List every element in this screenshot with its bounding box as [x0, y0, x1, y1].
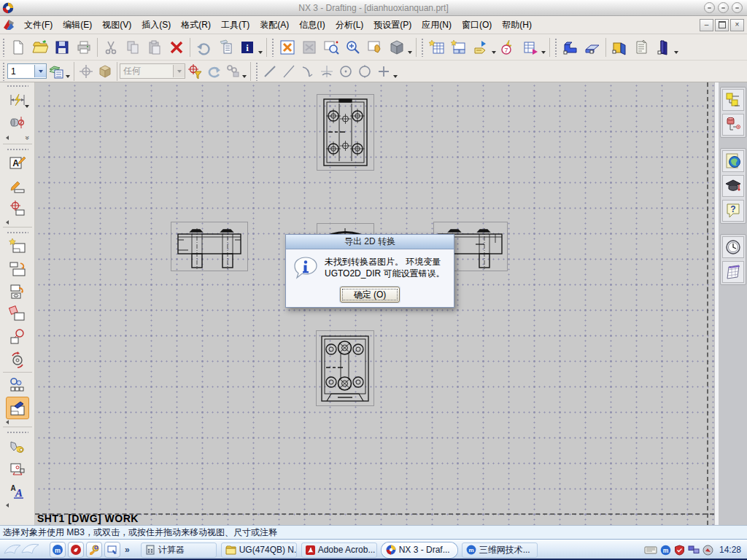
new-view-button[interactable] — [6, 235, 29, 257]
information-button[interactable]: i — [236, 36, 258, 58]
dimension-button[interactable] — [6, 88, 29, 111]
edit-annotation-button[interactable] — [6, 174, 29, 197]
collapse-left-icon[interactable] — [6, 420, 9, 424]
tray-clock[interactable]: 14:28 — [719, 545, 741, 555]
print-button[interactable] — [73, 36, 95, 58]
toolbar-grip[interactable] — [271, 38, 274, 57]
script-button[interactable] — [630, 36, 652, 58]
drawing-canvas[interactable]: SHT1 [DWG] WORK 导出 2D 转换 未找到转换器图片。 环境变量 — [35, 82, 714, 525]
dimension-dropdown-arrow[interactable] — [25, 105, 29, 108]
table-dropdown-arrow[interactable] — [541, 51, 546, 54]
save-button[interactable] — [51, 36, 73, 58]
help-tab[interactable]: ? — [722, 200, 744, 222]
arc-tool-button[interactable] — [317, 62, 336, 81]
spreadsheet-tab[interactable] — [722, 261, 744, 283]
new-sheet-button[interactable] — [426, 36, 448, 58]
zoom-in-out-button[interactable] — [342, 36, 364, 58]
fillet-tool-button[interactable] — [298, 62, 317, 81]
menu-format[interactable]: 格式(R) — [176, 18, 216, 33]
pan-button[interactable] — [364, 36, 386, 58]
detail-view-button[interactable] — [6, 280, 29, 303]
assembly-navigator-tab[interactable] — [722, 89, 744, 111]
snap-point-button[interactable] — [77, 62, 96, 81]
drafting-view-bottom[interactable] — [316, 330, 374, 406]
toolbar-grip[interactable] — [2, 62, 5, 81]
zoom-box-button[interactable] — [320, 36, 342, 58]
line-tool-button[interactable] — [260, 62, 279, 81]
menu-file[interactable]: 文件(F) — [19, 18, 58, 33]
toolbar-grip[interactable] — [255, 62, 258, 81]
curves-dropdown-arrow[interactable] — [393, 75, 398, 78]
chain-select-button[interactable] — [223, 62, 242, 81]
origin-tool-button[interactable] — [6, 197, 29, 219]
collapse-left-icon[interactable] — [6, 136, 9, 140]
annotation-pref-button[interactable]: AA — [6, 480, 29, 502]
menu-tools[interactable]: 工具(T) — [216, 18, 255, 33]
open-button[interactable] — [29, 36, 51, 58]
layer-settings-button[interactable] — [47, 62, 66, 81]
drafting-view-left[interactable] — [171, 222, 248, 271]
task-nx-active[interactable]: NX 3 - Draf... — [382, 542, 457, 558]
quick-launch-red-app[interactable] — [68, 542, 84, 558]
drafting-app-button[interactable] — [608, 36, 630, 58]
shaded-view-button[interactable] — [386, 36, 408, 58]
start-button[interactable] — [0, 540, 47, 559]
menu-analysis[interactable]: 分析(L) — [330, 18, 369, 33]
rotated-section-button[interactable] — [6, 348, 29, 370]
menu-application[interactable]: 应用(N) — [417, 18, 457, 33]
display-dropdown-arrow[interactable] — [408, 51, 412, 54]
dialog-title-bar[interactable]: 导出 2D 转换 — [286, 235, 454, 249]
line2-tool-button[interactable] — [279, 62, 298, 81]
task-3dweb[interactable]: m 三维网技术... — [462, 542, 538, 558]
circle-tool-button[interactable] — [355, 62, 374, 81]
menu-window[interactable]: 窗口(O) — [457, 18, 497, 33]
toolbar-grip[interactable] — [7, 85, 28, 88]
antivirus-tray-icon[interactable] — [674, 545, 685, 556]
app-dropdown-arrow[interactable] — [674, 51, 678, 54]
sheet-metal-app-button[interactable] — [581, 36, 603, 58]
toolbar-grip[interactable] — [554, 38, 557, 57]
task-adobe[interactable]: Adobe Acrob... — [301, 542, 377, 558]
m-tray-icon[interactable]: m — [660, 545, 671, 556]
label-dropdown-arrow[interactable] — [492, 51, 496, 54]
theme-minimize-button[interactable] — [704, 2, 715, 13]
bounding-box-button[interactable] — [96, 62, 115, 81]
info-dropdown-arrow[interactable] — [258, 51, 263, 54]
export-2d-tool-button[interactable] — [6, 397, 29, 419]
delete-button[interactable] — [166, 36, 187, 58]
toolbar-grip[interactable] — [2, 38, 5, 57]
undo-button[interactable] — [193, 36, 214, 58]
collapse-left-icon[interactable] — [6, 503, 9, 508]
theme-maximize-button[interactable] — [718, 2, 729, 13]
volume-tray-icon[interactable] — [703, 545, 713, 556]
tabular-note-button[interactable] — [519, 36, 541, 58]
layer-combo-arrow[interactable] — [34, 65, 46, 77]
exit-button[interactable] — [652, 36, 674, 58]
diameter-dimension-button[interactable] — [6, 111, 29, 133]
collapse-left-icon[interactable] — [6, 220, 9, 225]
copy-button[interactable] — [122, 36, 144, 58]
fit-view-button[interactable] — [276, 36, 298, 58]
tutorials-tab[interactable] — [722, 175, 744, 197]
web-browser-tab[interactable] — [722, 150, 744, 172]
view-properties-button[interactable] — [214, 36, 236, 58]
section-view-button[interactable] — [6, 303, 29, 325]
modeling-app-button[interactable] — [560, 36, 581, 58]
zoom-disabled-button[interactable] — [298, 36, 320, 58]
keyboard-tray-icon[interactable] — [644, 545, 657, 555]
selection-filter-button[interactable] — [185, 62, 204, 81]
more-tools-icon[interactable]: » — [23, 136, 31, 140]
task-ug-folder[interactable]: UG(474QB) N... — [221, 542, 297, 558]
toolbar-grip[interactable] — [7, 231, 28, 234]
mdi-close-button[interactable]: × — [730, 19, 744, 31]
text-annotation-button[interactable]: A — [6, 152, 29, 174]
base-view-button[interactable] — [448, 36, 470, 58]
drafting-view-top[interactable] — [317, 94, 374, 171]
annotation-label-button[interactable] — [470, 36, 492, 58]
circle-center-tool-button[interactable] — [336, 62, 355, 81]
drafting-preferences-button[interactable] — [6, 435, 29, 457]
task-calculator[interactable]: 计算器 — [141, 542, 217, 558]
quick-launch-browser-m[interactable]: m — [50, 542, 66, 558]
part-navigator-tab[interactable] — [722, 114, 744, 136]
menu-insert[interactable]: 插入(S) — [136, 18, 176, 33]
